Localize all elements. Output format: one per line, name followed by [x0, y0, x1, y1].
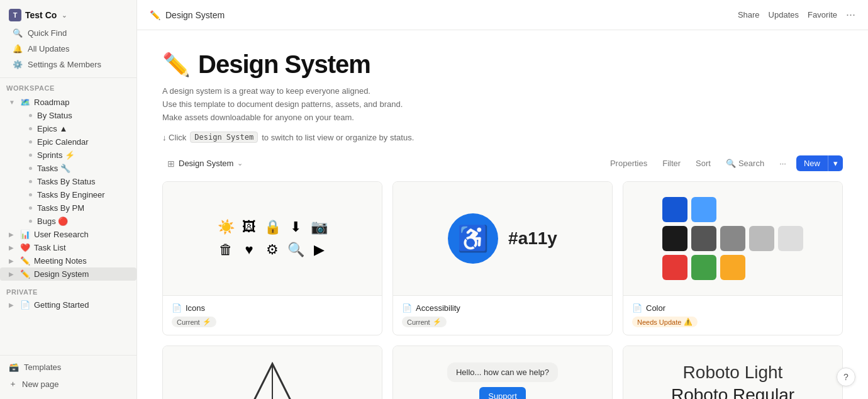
workspace-name[interactable]: T Test Co ⌄: [6, 5, 130, 25]
new-dropdown-arrow[interactable]: ▾: [828, 155, 843, 171]
font-light-sample: Roboto Light: [683, 362, 783, 383]
sidebar-item-meeting-notes[interactable]: ▶ ✏️ Meeting Notes: [0, 254, 136, 267]
card-support[interactable]: Hello... how can we help? Support: [392, 346, 613, 399]
chat-bubble: Hello... how can we help?: [447, 362, 558, 382]
favorite-button[interactable]: Favorite: [808, 10, 837, 20]
heart-icon: ♥: [241, 242, 258, 258]
card-icons-badge: Current ⚡: [172, 317, 216, 327]
hint-arrow: ↓ Click: [162, 133, 186, 142]
expand-icon: ▶: [9, 301, 16, 308]
new-button[interactable]: New ▾: [796, 155, 843, 171]
sidebar-item-sprints[interactable]: Sprints ⚡: [0, 149, 136, 162]
filter-button[interactable]: Filter: [657, 156, 686, 171]
sidebar-item-quick-find[interactable]: 🔍 Quick Find: [6, 25, 130, 41]
sidebar-item-templates[interactable]: 🗃️ Templates: [6, 359, 130, 375]
sidebar-item-user-research[interactable]: ▶ 📊 User Research: [0, 228, 136, 241]
page-header: ✏️ Design System A design system is a gr…: [162, 50, 843, 143]
card-logo[interactable]: [162, 346, 382, 399]
hint-text: to switch to list view or organize by st…: [262, 133, 414, 142]
sidebar-item-roadmap[interactable]: ▼ 🗺️ Roadmap: [0, 96, 136, 109]
sidebar-item-tasks[interactable]: Tasks 🔧: [0, 162, 136, 175]
sidebar-item-tasks-by-pm[interactable]: Tasks By PM: [0, 201, 136, 215]
hint-code: Design System: [190, 132, 258, 143]
card-typography[interactable]: Roboto Light Roboto Regular: [623, 346, 843, 399]
gear-icon: ⚙️: [13, 60, 23, 69]
triangle-display: [247, 359, 298, 399]
sidebar-item-tasks-by-status[interactable]: Tasks By Status: [0, 175, 136, 188]
sidebar-item-tasks-by-engineer[interactable]: Tasks By Engineer: [0, 188, 136, 201]
updates-button[interactable]: Updates: [769, 10, 799, 20]
sidebar-scroll: WORKSPACE ▼ 🗺️ Roadmap By Status Epics ▲: [0, 78, 136, 355]
meeting-notes-icon: ✏️: [20, 256, 30, 266]
getting-started-icon: 📄: [20, 300, 30, 310]
triangle-svg: [247, 359, 298, 399]
sidebar-item-epics[interactable]: Epics ▲: [0, 122, 136, 135]
card-color-thumb: [623, 182, 842, 295]
more-options-db-button[interactable]: ···: [774, 156, 791, 171]
page-title-row: ✏️ Design System: [162, 50, 843, 79]
card-icons-thumb: ☀️ 🖼 🔒 ⬇ 📷 🗑 ♥ ⚙ 🔍 ▶: [163, 182, 382, 295]
accessibility-icon: ♿: [457, 224, 489, 254]
expand-icon: ▶: [9, 271, 16, 278]
card-icons[interactable]: ☀️ 🖼 🔒 ⬇ 📷 🗑 ♥ ⚙ 🔍 ▶ 📄 Icons: [162, 181, 382, 335]
expand-icon: ▶: [9, 244, 16, 251]
swatch-gray-4: [778, 226, 803, 251]
doc-icon: 📄: [172, 303, 182, 313]
trash-icon: 🗑: [218, 242, 235, 258]
more-options-button[interactable]: ···: [846, 8, 855, 21]
search-button[interactable]: 🔍 Search: [721, 156, 769, 171]
workspace-section-label: WORKSPACE: [0, 78, 136, 94]
card-grid: ☀️ 🖼 🔒 ⬇ 📷 🗑 ♥ ⚙ 🔍 ▶ 📄 Icons: [162, 181, 843, 399]
sidebar-item-by-status[interactable]: By Status: [0, 109, 136, 122]
sidebar-item-epic-calendar[interactable]: Epic Calendar: [0, 135, 136, 149]
image-icon: 🖼: [241, 219, 258, 235]
icons-grid: ☀️ 🖼 🔒 ⬇ 📷 🗑 ♥ ⚙ 🔍 ▶: [208, 209, 338, 268]
doc-icon: 📄: [632, 303, 642, 313]
sort-button[interactable]: Sort: [691, 156, 716, 171]
sidebar-item-bugs[interactable]: Bugs 🔴: [0, 215, 136, 228]
font-display: Roboto Light Roboto Regular: [665, 356, 801, 399]
doc-icon: 📄: [402, 303, 412, 313]
sidebar-item-all-updates[interactable]: 🔔 All Updates: [6, 41, 130, 57]
expand-icon: ▶: [9, 257, 16, 264]
sidebar-item-getting-started[interactable]: ▶ 📄 Getting Started: [0, 298, 136, 312]
sidebar-item-design-system[interactable]: ▶ ✏️ Design System: [0, 267, 136, 281]
workspace-chevron-icon: ⌄: [62, 12, 67, 19]
sidebar-item-settings[interactable]: ⚙️ Settings & Members: [6, 57, 130, 72]
help-button[interactable]: ?: [837, 368, 855, 386]
card-accessibility[interactable]: ♿ #a11y 📄 Accessibility Current ⚡: [392, 181, 613, 335]
card-color-body: 📄 Color Needs Update ⚠️: [623, 295, 842, 335]
sidebar-item-new-page[interactable]: ＋ New page: [6, 375, 130, 393]
swatch-blue-light: [691, 197, 716, 222]
color-swatches: [650, 184, 816, 293]
db-title-button[interactable]: ⊞ Design System ⌄: [162, 156, 248, 171]
card-icons-body: 📄 Icons Current ⚡: [163, 295, 382, 335]
share-button[interactable]: Share: [738, 10, 760, 20]
expand-icon: ▶: [9, 231, 16, 238]
design-system-icon: ✏️: [20, 269, 30, 279]
bell-icon: 🔔: [13, 44, 23, 53]
font-regular-sample: Roboto Regular: [671, 385, 794, 399]
swatch-empty-4: [749, 255, 774, 280]
properties-button[interactable]: Properties: [605, 156, 652, 171]
dot-icon: [29, 167, 32, 170]
user-research-icon: 📊: [20, 230, 30, 239]
card-color[interactable]: 📄 Color Needs Update ⚠️: [623, 181, 843, 335]
sidebar-bottom: 🗃️ Templates ＋ New page: [0, 355, 136, 399]
swatch-gray-2: [720, 226, 745, 251]
templates-icon: 🗃️: [9, 362, 19, 372]
dot-icon: [29, 140, 32, 143]
search-icon: 🔍: [13, 28, 23, 38]
db-toolbar: ⊞ Design System ⌄ Properties Filter Sort…: [162, 155, 843, 171]
page-icon: ✏️: [162, 52, 191, 78]
private-section-label: PRIVATE: [0, 282, 136, 298]
pencil-icon: ✏️: [150, 10, 160, 20]
sidebar-item-task-list[interactable]: ▶ ❤️ Task List: [0, 241, 136, 254]
card-color-badge: Needs Update ⚠️: [632, 317, 698, 327]
card-logo-thumb: [163, 346, 382, 399]
magnify-icon: 🔍: [287, 242, 304, 258]
dot-icon: [29, 127, 32, 130]
grid-icon: ⊞: [167, 159, 175, 169]
plus-icon: ＋: [9, 378, 17, 390]
card-typography-thumb: Roboto Light Roboto Regular: [623, 346, 842, 399]
